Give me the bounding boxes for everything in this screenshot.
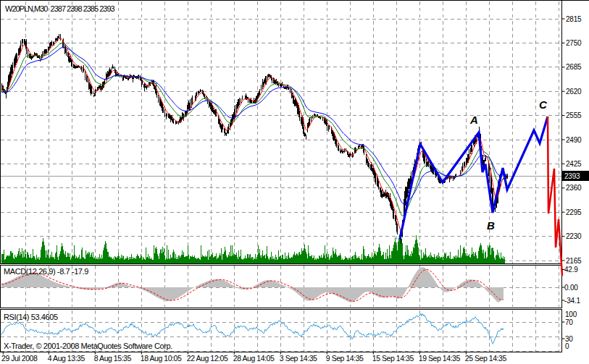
svg-text:2815: 2815 (566, 15, 582, 23)
svg-text:W20PLN,M30 2387 2398 2385 239: W20PLN,M30 2387 2398 2385 2393 (5, 4, 115, 13)
svg-text:70: 70 (565, 318, 573, 326)
svg-text:4 Aug 13:35: 4 Aug 13:35 (48, 354, 85, 363)
svg-text:29 Jul 2008: 29 Jul 2008 (1, 354, 38, 363)
svg-text:15 Sep 14:35: 15 Sep 14:35 (372, 354, 414, 363)
svg-text:2620: 2620 (566, 88, 582, 96)
svg-text:2425: 2425 (566, 160, 582, 168)
svg-text:9 Sep 14:35: 9 Sep 14:35 (326, 354, 364, 363)
svg-text:0: 0 (565, 342, 569, 350)
svg-text:2750: 2750 (566, 39, 582, 47)
svg-text:19 Sep 14:35: 19 Sep 14:35 (419, 354, 461, 363)
svg-text:A: A (469, 114, 478, 126)
svg-text:RSI(14) 53.4605: RSI(14) 53.4605 (4, 313, 58, 321)
svg-text:2685: 2685 (566, 63, 582, 71)
svg-text:18 Aug 10:05: 18 Aug 10:05 (141, 354, 182, 363)
svg-text:2230: 2230 (566, 232, 582, 240)
svg-text:25 Sep 14:35: 25 Sep 14:35 (465, 354, 507, 363)
svg-text:2360: 2360 (566, 184, 582, 192)
svg-text:22 Aug 12:05: 22 Aug 12:05 (187, 354, 228, 363)
svg-text:C: C (539, 98, 548, 111)
svg-text:3 Sep 14:35: 3 Sep 14:35 (280, 354, 317, 363)
svg-text:2490: 2490 (566, 136, 582, 144)
svg-text:42.9: 42.9 (564, 266, 578, 274)
svg-text:2555: 2555 (566, 111, 582, 119)
svg-text:2295: 2295 (566, 208, 582, 216)
svg-text:MACD(12,26,9) -8.7 -17.9: MACD(12,26,9) -8.7 -17.9 (4, 267, 88, 276)
svg-text:X-Trader, © 2001-2008 MetaQuot: X-Trader, © 2001-2008 MetaQuotes Softwar… (4, 342, 172, 350)
svg-text:2393: 2393 (564, 172, 580, 180)
svg-text:28 Aug 14:05: 28 Aug 14:05 (233, 354, 275, 363)
svg-text:2165: 2165 (566, 257, 582, 265)
svg-text:B: B (487, 219, 495, 232)
svg-text:0.00: 0.00 (564, 284, 578, 292)
svg-text:-34.1: -34.1 (564, 297, 580, 305)
svg-text:8 Aug 15:35: 8 Aug 15:35 (94, 354, 132, 363)
svg-text:100: 100 (565, 310, 577, 318)
